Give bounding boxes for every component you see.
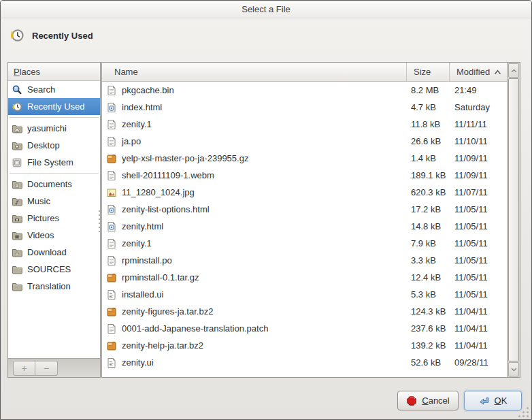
column-label-modified: Modified: [456, 67, 490, 77]
places-toolbar: + −: [8, 358, 100, 377]
resize-grip[interactable]: [518, 406, 529, 417]
window-title: Select a File: [242, 4, 290, 14]
scrollbar-trough[interactable]: [508, 78, 520, 361]
file-name-cell: zenity.ui: [102, 357, 407, 368]
file-size: 1.4 kB: [407, 153, 450, 163]
file-name: rpminstall.po: [122, 255, 172, 265]
file-row-rpminstall-po[interactable]: rpminstall.po3.3 kB11/05/11: [102, 252, 507, 269]
sidebar-item-label: Pictures: [27, 213, 59, 223]
file-modified: 11/11/11: [450, 119, 487, 129]
sidebar-item-sources[interactable]: SOURCES: [8, 261, 100, 278]
cancel-button[interactable]: Cancel: [397, 391, 459, 410]
file-size: 189.1 kB: [407, 170, 450, 180]
file-size: 12.4 kB: [407, 272, 450, 282]
file-modified: 11/05/11: [450, 238, 488, 248]
sidebar-item-label: Desktop: [27, 140, 60, 150]
remove-place-button[interactable]: −: [35, 361, 58, 376]
scrollbar-thumb[interactable]: [508, 78, 519, 361]
ok-enter-arrow-icon: [479, 395, 490, 406]
file-name: installed.ui: [122, 289, 163, 300]
file-modified: 11/10/11: [450, 136, 488, 146]
file-name-cell: zenity-figures-ja.tar.bz2: [102, 306, 407, 317]
file-row-shell-20111109-1-webm[interactable]: shell-20111109-1.webm189.1 kB11/09/11: [102, 167, 507, 184]
sidebar-item-download[interactable]: Download: [8, 244, 100, 261]
file-modified: 11/05/11: [450, 272, 488, 282]
file-row-zenity-figures-ja-tar-bz2[interactable]: zenity-figures-ja.tar.bz2124.3 kB11/04/1…: [102, 303, 507, 320]
file-row-zenity-help-ja-tar-bz2[interactable]: zenity-help-ja.tar.bz2139.2 kB11/04/11: [102, 337, 507, 354]
text-file-icon: [106, 85, 117, 96]
sidebar-item-music[interactable]: Music: [8, 193, 100, 210]
file-size: 52.6 kB: [407, 357, 450, 368]
sidebar-item-file-system[interactable]: File System: [8, 154, 100, 171]
column-label-size: Size: [414, 67, 431, 77]
sidebar-item-label: Music: [27, 196, 50, 206]
sidebar-item-search[interactable]: Search: [8, 81, 100, 98]
file-name: zenity-help-ja.tar.bz2: [122, 340, 203, 351]
file-name-cell: installed.ui: [102, 289, 407, 300]
file-row-index-html[interactable]: index.html4.7 kBSaturday: [102, 99, 507, 116]
folder-documents-icon: [12, 179, 22, 190]
sidebar-item-label: SOURCES: [27, 264, 71, 274]
file-modified: 21:49: [450, 85, 477, 95]
file-name: yelp-xsl-master-po-ja-239955.gz: [122, 153, 248, 163]
text-file-icon: [106, 323, 117, 334]
ok-button[interactable]: OK: [464, 391, 522, 410]
column-header-name[interactable]: Name: [102, 63, 407, 81]
column-header-modified[interactable]: Modified: [450, 63, 507, 81]
file-row-zenity-1[interactable]: zenity.111.8 kB11/11/11: [102, 116, 507, 133]
file-size: 11.8 kB: [407, 119, 450, 129]
file-row-zenity-list-options-html[interactable]: zenity-list-options.html17.2 kB11/05/11: [102, 201, 507, 218]
archive-file-icon: [106, 340, 117, 351]
file-size: 14.8 kB: [407, 221, 450, 231]
sidebar-item-label: Documents: [27, 179, 72, 189]
file-name: 11_1280_1024.jpg: [122, 187, 195, 197]
plus-icon: +: [21, 364, 27, 373]
folder-icon: [12, 281, 22, 292]
file-name-cell: zenity.html: [102, 221, 407, 232]
sidebar-item-yasumichi[interactable]: yasumichi: [8, 120, 100, 137]
file-row-zenity-ui[interactable]: zenity.ui52.6 kB09/28/11: [102, 354, 507, 371]
file-chooser-dialog: Select a File Recently Used Places Searc…: [0, 0, 532, 420]
sidebar-item-desktop[interactable]: Desktop: [8, 137, 100, 154]
sidebar-item-documents[interactable]: Documents: [8, 176, 100, 193]
folder-pictures-icon: [12, 213, 22, 224]
chevron-down-icon: [511, 368, 517, 372]
file-row-yelp-xsl-master-po-ja-239955-gz[interactable]: yelp-xsl-master-po-ja-239955.gz1.4 kB11/…: [102, 150, 507, 167]
file-name-cell: rpminstall.po: [102, 255, 407, 266]
scroll-down-button[interactable]: [508, 362, 519, 376]
file-name-cell: yelp-xsl-master-po-ja-239955.gz: [102, 153, 407, 164]
column-header-size[interactable]: Size: [407, 63, 450, 81]
add-place-button[interactable]: +: [13, 361, 35, 376]
file-row-0001-add-japanese-translation-patch[interactable]: 0001-add-Japanese-translation.patch237.6…: [102, 320, 507, 337]
file-name-cell: index.html: [102, 102, 407, 113]
file-name: 0001-add-Japanese-translation.patch: [122, 323, 268, 334]
vertical-scrollbar[interactable]: [507, 63, 520, 377]
places-separator: [8, 115, 100, 120]
file-name-cell: 11_1280_1024.jpg: [102, 187, 407, 198]
folder-music-icon: [12, 196, 22, 207]
scroll-up-button[interactable]: [508, 63, 519, 78]
titlebar[interactable]: Select a File: [1, 1, 531, 18]
file-list-body: pkgcache.bin8.2 MB21:49index.html4.7 kBS…: [102, 82, 507, 377]
sidebar-item-videos[interactable]: Videos: [8, 227, 100, 244]
ui-file-icon: [106, 289, 117, 300]
file-modified: 11/05/11: [450, 289, 488, 300]
file-modified: 11/05/11: [450, 221, 488, 231]
pane-splitter-handle[interactable]: [98, 210, 101, 233]
file-row-zenity-html[interactable]: zenity.html14.8 kB11/05/11: [102, 218, 507, 235]
text-file-icon: [106, 170, 117, 181]
file-row-pkgcache-bin[interactable]: pkgcache.bin8.2 MB21:49: [102, 82, 507, 99]
file-row-rpminstall-0-1-tar-gz[interactable]: rpminstall-0.1.tar.gz12.4 kB11/05/11: [102, 269, 507, 286]
sidebar-item-recently-used[interactable]: Recently Used: [8, 98, 100, 115]
file-name: zenity-list-options.html: [122, 204, 210, 214]
file-name: zenity.1: [122, 119, 152, 129]
sidebar-item-translation[interactable]: Translation: [8, 278, 100, 295]
file-row-installed-ui[interactable]: installed.ui5.3 kB11/05/11: [102, 286, 507, 303]
file-row-zenity-1[interactable]: zenity.17.9 kB11/05/11: [102, 235, 507, 252]
file-row-11-1280-1024-jpg[interactable]: 11_1280_1024.jpg620.3 kB11/07/11: [102, 184, 507, 201]
archive-file-icon: [106, 153, 117, 164]
chevron-up-icon: [511, 69, 517, 73]
sidebar-item-pictures[interactable]: Pictures: [8, 210, 100, 227]
ok-button-label: OK: [495, 395, 508, 406]
file-row-ja-po[interactable]: ja.po26.6 kB11/10/11: [102, 133, 507, 150]
